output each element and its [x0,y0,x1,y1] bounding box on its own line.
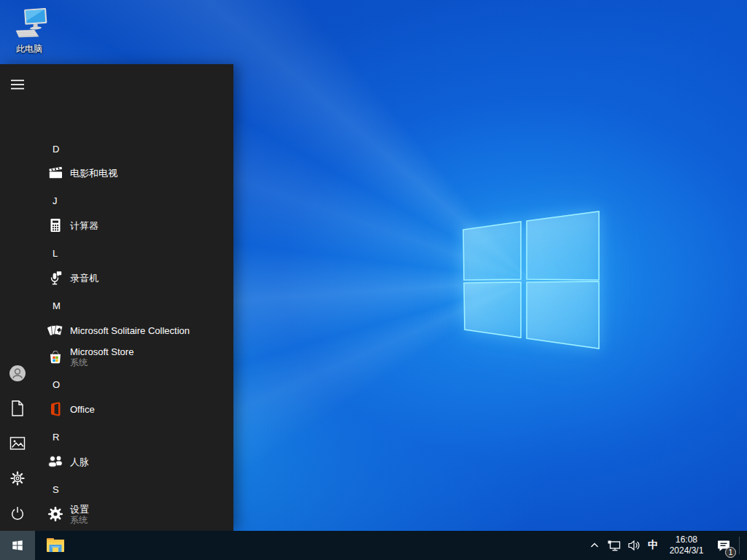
network-button[interactable] [604,531,624,560]
start-button[interactable] [0,531,35,560]
app-label: 计算器 [70,220,98,231]
letter-header-m[interactable]: M [0,293,233,318]
app-label: Microsoft Solitaire Collection [70,325,190,336]
app-item-movies-tv[interactable]: 电影和电视 [0,160,233,185]
letter-header-s[interactable]: S [0,477,233,502]
app-label: 人脉 [70,456,89,467]
voice-recorder-icon [47,269,64,287]
action-center-button[interactable]: 1 [711,531,737,560]
solitaire-icon [47,322,64,339]
taskbar: 中 16:08 2024/3/1 1 [0,531,747,560]
volume-button[interactable] [624,531,643,560]
ime-indicator[interactable]: 中 [643,531,662,560]
ime-label: 中 [648,539,658,552]
app-label: Microsoft Store [70,346,133,357]
app-label: 电影和电视 [70,168,117,179]
letter-header-d[interactable]: D [0,136,233,161]
speaker-icon [627,540,640,551]
settings-gear-icon [47,505,64,523]
tray-divider [739,537,740,554]
letter-label: J [0,195,58,206]
app-item-office[interactable]: Office [0,397,233,421]
app-sublabel: 系统 [70,515,89,525]
letter-header-j[interactable]: J [0,188,233,213]
letter-label: D [0,144,59,155]
letter-header-l[interactable]: L [0,241,233,265]
app-item-people[interactable]: 人脉 [0,449,233,474]
app-item-microsoft-store[interactable]: Microsoft Store 系统 [0,342,233,371]
microsoft-store-icon [47,348,64,365]
start-menu: D 电影和电视 J [0,64,233,531]
desktop-screen: 此电脑 [0,0,747,560]
office-icon [47,400,64,418]
clock[interactable]: 16:08 2024/3/1 [662,531,711,560]
letter-label: M [0,300,61,311]
letter-label: L [0,248,58,259]
clock-time: 16:08 [676,534,697,545]
this-pc-label: 此电脑 [6,43,53,55]
letter-label: S [0,484,59,495]
hamburger-icon [10,79,25,90]
app-sublabel: 系统 [70,357,133,368]
app-item-voice-recorder[interactable]: 录音机 [0,265,233,290]
menu-hamburger-button[interactable] [0,67,35,102]
this-pc-desktop-icon[interactable]: 此电脑 [6,6,53,55]
network-icon [607,540,622,552]
calculator-icon [47,217,64,234]
windows-logo-icon [11,539,24,552]
chevron-up-icon [589,540,600,551]
letter-header-r[interactable]: R [0,424,233,449]
file-explorer-button[interactable] [39,531,71,560]
app-item-solitaire[interactable]: Microsoft Solitaire Collection [0,318,233,343]
app-label: Office [70,404,95,415]
file-explorer-icon [46,537,65,553]
notification-badge: 1 [725,547,736,558]
letter-header-o[interactable]: O [0,372,233,397]
show-desktop-button[interactable] [740,531,747,560]
app-label: 设置 [70,504,89,515]
this-pc-icon [9,29,50,42]
people-icon [47,453,64,470]
app-item-settings[interactable]: 设置 系统 [0,499,233,529]
movies-tv-icon [47,164,64,182]
app-item-calculator[interactable]: 计算器 [0,213,233,238]
app-label: 录音机 [70,273,98,284]
clock-date: 2024/3/1 [670,545,704,556]
letter-label: O [0,379,60,390]
system-tray: 中 16:08 2024/3/1 1 [585,531,747,560]
tray-show-hidden-icons-button[interactable] [585,531,604,560]
letter-label: R [0,432,59,443]
